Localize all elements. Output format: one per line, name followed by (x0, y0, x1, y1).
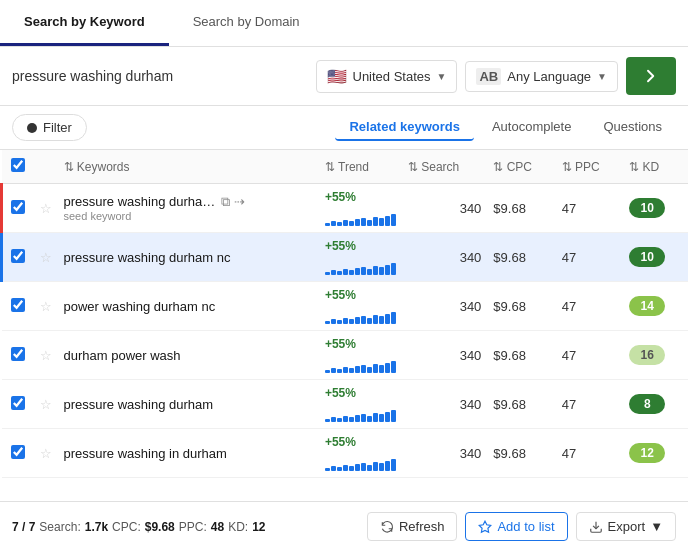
trend-value: +55% (325, 288, 396, 302)
row-checkbox-cell[interactable] (2, 429, 34, 478)
trend-bar (325, 223, 330, 226)
sort-ppc-icon: ⇅ (562, 160, 572, 174)
table-row: ☆ pressure washing durham +55% 340 $9.68… (2, 380, 689, 429)
row-checkbox-cell[interactable] (2, 380, 34, 429)
trend-bar (367, 220, 372, 226)
table-header-row: ⇅ Keywords ⇅ Trend ⇅ Search ⇅ CPC ⇅ PPC … (2, 150, 689, 184)
row-star-cell[interactable]: ☆ (34, 233, 58, 282)
kd-badge: 8 (629, 394, 665, 414)
country-selector[interactable]: 🇺🇸 United States ▼ (316, 60, 458, 93)
header-ppc[interactable]: ⇅ PPC (556, 150, 623, 184)
trend-bar (367, 416, 372, 422)
search-button[interactable] (626, 57, 676, 95)
kd-badge: 14 (629, 296, 665, 316)
trend-bar (349, 417, 354, 422)
row-checkbox[interactable] (11, 396, 25, 410)
star-icon[interactable]: ☆ (40, 201, 52, 216)
language-label: Any Language (507, 69, 591, 84)
row-checkbox-cell[interactable] (2, 184, 34, 233)
svg-marker-0 (480, 521, 492, 532)
trend-bar (367, 367, 372, 373)
keyword-text: pressure washing durham (64, 397, 313, 412)
row-checkbox[interactable] (11, 298, 25, 312)
country-flag: 🇺🇸 (327, 67, 347, 86)
app-container: Search by Keyword Search by Domain 🇺🇸 Un… (0, 0, 688, 551)
header-checkbox-cell[interactable] (2, 150, 34, 184)
star-icon[interactable]: ☆ (40, 348, 52, 363)
row-checkbox[interactable] (11, 445, 25, 459)
trend-bar (355, 317, 360, 324)
sort-search-icon: ⇅ (408, 160, 418, 174)
copy-icon[interactable]: ⧉ (221, 194, 230, 210)
kd-badge: 10 (629, 247, 665, 267)
language-selector[interactable]: AB Any Language ▼ (465, 61, 618, 92)
search-bar: 🇺🇸 United States ▼ AB Any Language ▼ (0, 47, 688, 106)
keyword-filter-tabs: Related keywords Autocomplete Questions (335, 114, 676, 141)
row-checkbox[interactable] (11, 249, 25, 263)
row-checkbox[interactable] (11, 347, 25, 361)
row-kd: 8 (623, 380, 688, 429)
tab-related-keywords[interactable]: Related keywords (335, 114, 474, 141)
header-cpc[interactable]: ⇅ CPC (487, 150, 555, 184)
row-checkbox-cell[interactable] (2, 282, 34, 331)
keyword-input[interactable] (12, 64, 308, 88)
download-icon (589, 520, 603, 534)
header-kd[interactable]: ⇅ KD (623, 150, 688, 184)
row-trend-cell: +55% (319, 233, 402, 282)
row-keyword-cell: pressure washing in durham (58, 429, 319, 478)
row-kd: 10 (623, 184, 688, 233)
header-search[interactable]: ⇅ Search (402, 150, 487, 184)
select-all-checkbox[interactable] (11, 158, 25, 172)
row-star-cell[interactable]: ☆ (34, 380, 58, 429)
row-checkbox[interactable] (11, 200, 25, 214)
row-star-cell[interactable]: ☆ (34, 331, 58, 380)
seed-label: seed keyword (64, 210, 313, 222)
mini-chart (325, 402, 396, 422)
trend-bar (325, 370, 330, 373)
trend-bar (367, 465, 372, 471)
trend-bar (325, 419, 330, 422)
tab-autocomplete[interactable]: Autocomplete (478, 114, 586, 141)
trend-bar (337, 222, 342, 226)
trend-bar (391, 312, 396, 324)
trend-bar (361, 218, 366, 226)
trend-bar (373, 217, 378, 226)
star-icon[interactable]: ☆ (40, 397, 52, 412)
star-icon[interactable]: ☆ (40, 446, 52, 461)
tab-domain[interactable]: Search by Domain (169, 0, 324, 46)
filter-button[interactable]: Filter (12, 114, 87, 141)
trend-bar (355, 366, 360, 373)
star-icon[interactable]: ☆ (40, 299, 52, 314)
header-keywords[interactable]: ⇅ Keywords (58, 150, 319, 184)
filter-row: Filter Related keywords Autocomplete Que… (0, 106, 688, 150)
keyword-text: pressure washing durham nc (64, 250, 313, 265)
add-to-list-button[interactable]: Add to list (465, 512, 567, 541)
language-icon: AB (476, 68, 501, 85)
tab-questions[interactable]: Questions (589, 114, 676, 141)
tab-keyword[interactable]: Search by Keyword (0, 0, 169, 46)
mini-chart (325, 206, 396, 226)
row-star-cell[interactable]: ☆ (34, 184, 58, 233)
header-trend[interactable]: ⇅ Trend (319, 150, 402, 184)
cpc-stat-label: CPC: (112, 520, 141, 534)
trend-bar (337, 418, 342, 422)
link-icon[interactable]: ⇢ (234, 194, 245, 210)
star-icon[interactable]: ☆ (40, 250, 52, 265)
row-checkbox-cell[interactable] (2, 233, 34, 282)
trend-bar (343, 269, 348, 275)
trend-bar (331, 319, 336, 324)
mini-chart (325, 353, 396, 373)
export-button[interactable]: Export ▼ (576, 512, 676, 541)
row-keyword-cell: power washing durham nc (58, 282, 319, 331)
cpc-stat-val: $9.68 (145, 520, 175, 534)
trend-bar (379, 218, 384, 226)
row-checkbox-cell[interactable] (2, 331, 34, 380)
trend-value: +55% (325, 239, 396, 253)
row-star-cell[interactable]: ☆ (34, 282, 58, 331)
row-star-cell[interactable]: ☆ (34, 429, 58, 478)
refresh-icon (380, 520, 394, 534)
trend-bar (379, 316, 384, 324)
trend-bar (343, 220, 348, 226)
refresh-button[interactable]: Refresh (367, 512, 458, 541)
table-body: ☆ pressure washing durha…⧉⇢ seed keyword… (2, 184, 689, 478)
